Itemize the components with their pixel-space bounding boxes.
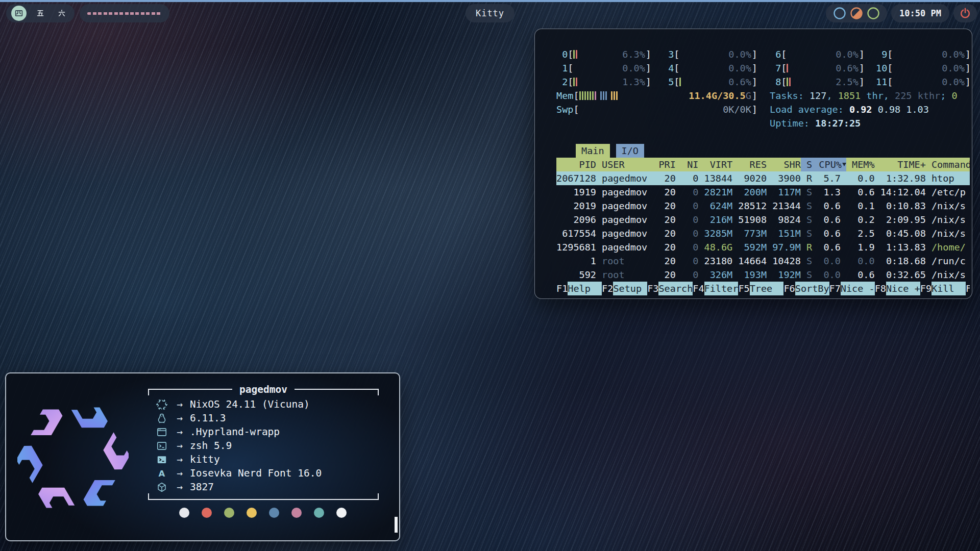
cpu-meter-10: 10[0.0%] [876, 61, 971, 75]
cell-res: 14664 [732, 254, 767, 268]
column-header-mem[interactable]: MEM% [846, 158, 875, 171]
cell-pri: 20 [658, 199, 675, 213]
cpu-meter-9: 9[0.0%] [876, 47, 971, 61]
cell-virt: 13844 [698, 171, 732, 185]
process-row[interactable]: 1919pagedmov2002821M200M117MS1.30.614:12… [556, 185, 970, 199]
topbar-left-group [6, 4, 169, 22]
fetch-info-box: pagedmov →NixOS 24.11 (Vicuna)→6.11.3→.H… [148, 385, 379, 500]
workspace-item[interactable] [33, 6, 48, 21]
process-table-header[interactable]: PIDUSERPRINIVIRTRESSHRSCPU%MEM%TIME+Comm… [556, 158, 970, 171]
terminal-cursor [395, 517, 398, 533]
column-header-command[interactable]: Command [926, 158, 970, 171]
cell-virt: 48.6G [698, 240, 732, 254]
column-header-ni[interactable]: NI [676, 158, 699, 171]
cell-command: htop [926, 171, 970, 185]
uptime-line: Uptime: 18:27:25 [770, 116, 971, 130]
swap-meter: Swp[0K/0K] [556, 103, 757, 116]
fnkey-f1[interactable]: F1Help [556, 282, 602, 295]
process-row[interactable]: 1295681pagedmov20048.6G592M97.9MR0.61.91… [556, 240, 970, 254]
cell-virt: 326M [698, 268, 732, 282]
column-header-user[interactable]: USER [596, 158, 659, 171]
fetch-entry: →.Hyprland-wrapp [156, 425, 379, 439]
cell-time: 14:12.04 [875, 185, 926, 199]
fastfetch-window[interactable]: pagedmov →NixOS 24.11 (Vicuna)→6.11.3→.H… [5, 372, 400, 541]
column-header-shr[interactable]: SHR [767, 158, 801, 171]
cell-pri: 20 [658, 227, 675, 240]
arrow-icon: → [169, 397, 190, 411]
htop-meters: 0[6.3%]3[0.0%]1[0.0%]4[0.0%]2[1.3%]5[0.6… [556, 47, 970, 130]
htop-tab-main[interactable]: Main [576, 144, 610, 158]
cell-pri: 20 [658, 240, 675, 254]
cell-cpu: 0.0 [812, 254, 846, 268]
cell-time: 0:10.83 [875, 199, 926, 213]
htop-tab-io[interactable]: I/O [616, 144, 644, 158]
fnkey-f5[interactable]: F5Tree [738, 282, 783, 295]
cell-pid: 1 [556, 254, 596, 268]
cell-mem: 0.0 [846, 171, 875, 185]
cell-virt: 2821M [698, 185, 732, 199]
cell-pid: 592 [556, 268, 596, 282]
cell-time: 2:09.95 [875, 213, 926, 227]
cell-s: S [801, 185, 812, 199]
fetch-entries: →NixOS 24.11 (Vicuna)→6.11.3→.Hyprland-w… [148, 394, 379, 494]
process-row[interactable]: 2096pagedmov200216M519089824S0.60.22:09.… [556, 213, 970, 227]
audio-visualizer-widget[interactable] [80, 4, 169, 22]
fnkey-f6[interactable]: F6SortBy [783, 282, 829, 295]
column-header-time[interactable]: TIME+ [875, 158, 926, 171]
column-header-res[interactable]: RES [732, 158, 767, 171]
cell-mem: 0.6 [846, 185, 875, 199]
clock-widget[interactable]: 10:50 PM [891, 4, 949, 22]
visualizer-dashes [87, 12, 162, 15]
fnkey-f10[interactable]: F10Quit [966, 282, 970, 295]
column-header-pri[interactable]: PRI [658, 158, 675, 171]
cell-s: R [801, 171, 812, 185]
palette-dot [224, 508, 234, 518]
htop-spacer [556, 130, 970, 144]
fetch-entry-text: .Hyprland-wrapp [190, 425, 280, 439]
power-button[interactable] [953, 4, 977, 22]
fnkey-f9[interactable]: F9Kill [920, 282, 966, 295]
fnkey-f4[interactable]: F4Filter [693, 282, 738, 295]
process-row[interactable]: 1root200231801466410428S0.00.00:18.68/ru… [556, 254, 970, 268]
cell-user: root [596, 254, 659, 268]
top-bar: Kitty 10:50 PM [0, 2, 980, 24]
fetch-entry: →6.11.3 [156, 411, 379, 425]
cell-command: /etc/p [926, 185, 970, 199]
cell-pri: 20 [658, 213, 675, 227]
process-row[interactable]: 592root200326M193M192MS0.00.60:32.65/nix… [556, 268, 970, 282]
process-row[interactable]: 2019pagedmov200624M2851221344S0.60.10:10… [556, 199, 970, 213]
cell-user: pagedmov [596, 227, 659, 240]
cell-shr: 3900 [767, 171, 801, 185]
load-average-line: Load average: 0.92 0.98 1.03 [770, 103, 971, 116]
fnkey-f8[interactable]: F8Nice + [875, 282, 920, 295]
cpu-meter-6: 6[0.0%] [770, 47, 865, 61]
cell-pri: 20 [658, 254, 675, 268]
htop-window[interactable]: 0[6.3%]3[0.0%]1[0.0%]4[0.0%]2[1.3%]5[0.6… [534, 29, 972, 299]
active-window-title: Kitty [476, 8, 504, 18]
cell-pid: 2096 [556, 213, 596, 227]
fnkey-f2[interactable]: F2Setup [602, 282, 647, 295]
column-header-cpu[interactable]: CPU% [812, 158, 846, 171]
fnkey-f7[interactable]: F7Nice - [829, 282, 875, 295]
cpu-meter-3: 3[0.0%] [663, 47, 757, 61]
memory-meter: Mem[11.4G/30.5G] [556, 89, 757, 103]
workspace-item[interactable] [11, 6, 27, 21]
process-row[interactable]: 2067128pagedmov2001384490203900R5.70.01:… [556, 171, 970, 185]
clock-text: 10:50 PM [899, 8, 941, 18]
workspace-item[interactable] [54, 6, 69, 21]
palette-dot [314, 508, 324, 518]
cell-shr: 151M [767, 227, 801, 240]
cell-time: 1:13.83 [875, 240, 926, 254]
column-header-pid[interactable]: PID [556, 158, 596, 171]
process-row[interactable]: 617554pagedmov2003285M773M151MS0.62.50:4… [556, 227, 970, 240]
workspace-switcher[interactable] [6, 4, 75, 22]
fnkey-f3[interactable]: F3Search [647, 282, 693, 295]
column-header-s[interactable]: S [801, 158, 812, 171]
system-indicators[interactable] [826, 4, 887, 22]
cell-pri: 20 [658, 185, 675, 199]
cell-virt: 23180 [698, 254, 732, 268]
column-header-virt[interactable]: VIRT [698, 158, 732, 171]
fetch-entry: →3827 [156, 480, 379, 494]
cell-cpu: 1.3 [812, 185, 846, 199]
cell-user: pagedmov [596, 240, 659, 254]
